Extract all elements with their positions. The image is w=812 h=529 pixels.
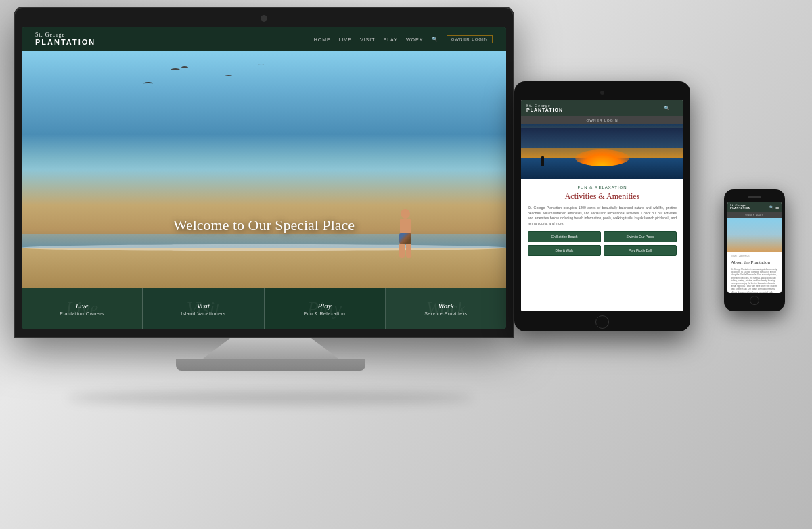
desktop-monitor: St. George PLANTATION HOME LIVE VISIT PL… <box>14 7 528 399</box>
nav-live[interactable]: LIVE <box>339 37 352 42</box>
nav-card-visit-bg: Visit <box>187 298 220 319</box>
phone-logo: St. George PLANTATION <box>730 204 750 210</box>
desktop-nav-links: HOME LIVE VISIT PLAY WORK 🔍 OWNER LOGIN <box>314 35 493 43</box>
desktop-hero: Welcome to Our Special Place <box>22 51 506 288</box>
seagull-3 <box>225 75 233 78</box>
phone-speaker <box>748 196 761 198</box>
monitor-body: St. George PLANTATION HOME LIVE VISIT PL… <box>14 7 514 338</box>
tablet-navbar: St. George PLANTATION 🔍 ☰ <box>521 100 683 116</box>
tablet-person <box>541 156 544 166</box>
tablet-heading: Activities & Amenities <box>528 191 677 202</box>
tablet-sunset <box>575 150 629 166</box>
wave-foam <box>22 244 506 251</box>
tablet-logo: St. George PLANTATION <box>526 104 563 113</box>
monitor-base <box>176 359 365 371</box>
tablet-logo-script: St. George <box>526 104 563 108</box>
tablet-screen: St. George PLANTATION 🔍 ☰ OWNER LOGIN <box>521 100 683 311</box>
desktop-navbar: St. George PLANTATION HOME LIVE VISIT PL… <box>22 27 506 51</box>
phone-home-button[interactable] <box>750 296 759 305</box>
nav-visit[interactable]: VISIT <box>360 37 376 42</box>
desktop-nav-cards: Live Live Plantation Owners Visit Visit … <box>22 288 506 329</box>
phone-body: St. George PLANTATION 🔍 ☰ OWNER LOGIN HO… <box>724 189 785 311</box>
tablet-section-label: FUN & RELAXATION <box>528 185 677 189</box>
phone-login-bar: OWNER LOGIN <box>727 212 782 218</box>
monitor-screen: St. George PLANTATION HOME LIVE VISIT PL… <box>22 27 506 329</box>
tablet-buttons: Chill at the Beach Swim in Our Pools Bik… <box>528 231 677 256</box>
nav-card-visit[interactable]: Visit Visit Island Vacationers <box>143 288 264 329</box>
tablet-login-label[interactable]: OWNER LOGIN <box>586 118 618 122</box>
monitor-camera <box>261 15 267 22</box>
nav-card-work-bg: Work <box>426 298 466 319</box>
boy-figure <box>399 209 411 258</box>
nav-work[interactable]: WORK <box>406 37 424 42</box>
tablet-menu-icon[interactable]: ☰ <box>673 105 678 112</box>
tablet-body: St. George PLANTATION 🔍 ☰ OWNER LOGIN <box>514 81 690 331</box>
tablet-device: St. George PLANTATION 🔍 ☰ OWNER LOGIN <box>514 81 690 331</box>
phone-content: HOME > ABOUT US About the Plantation St.… <box>727 252 782 293</box>
nav-card-live[interactable]: Live Live Plantation Owners <box>22 288 143 329</box>
phone-screen: St. George PLANTATION 🔍 ☰ OWNER LOGIN HO… <box>727 202 782 293</box>
tablet-camera <box>600 91 604 95</box>
nav-card-play[interactable]: Play Play Fun & Relaxation <box>265 288 386 329</box>
phone-hero <box>727 218 782 252</box>
seagull-1 <box>171 68 180 72</box>
tablet-btn-bike[interactable]: Bike & Walk <box>528 245 601 256</box>
nav-card-work[interactable]: Work Work Service Providers <box>386 288 506 329</box>
tablet-logo-main: PLANTATION <box>526 108 563 112</box>
phone-body-text: St. George Plantation is a coastal gated… <box>731 268 778 293</box>
phone-menu-icon[interactable]: ☰ <box>775 205 779 210</box>
phone-heading: About the Plantation <box>731 260 778 265</box>
phone-search-icon[interactable]: 🔍 <box>769 205 773 209</box>
nav-play[interactable]: PLAY <box>383 37 397 42</box>
owner-login-button[interactable]: OWNER LOGIN <box>447 35 493 43</box>
logo-script: St. George <box>35 32 95 39</box>
nav-card-live-bg: Live <box>66 298 98 319</box>
nav-home[interactable]: HOME <box>314 37 331 42</box>
tablet-body-text: St. George Plantation occupies 1200 acre… <box>528 206 677 226</box>
nav-card-play-bg: Play <box>307 298 342 319</box>
phone-logo-main: PLANTATION <box>730 206 750 210</box>
tablet-btn-beach[interactable]: Chill at the Beach <box>528 231 601 242</box>
tablet-btn-pickleball[interactable]: Play Pickle Ball <box>604 245 677 256</box>
tablet-sky <box>521 128 683 148</box>
seagull-2 <box>181 66 188 69</box>
phone-breadcrumb: HOME > ABOUT US <box>731 255 778 258</box>
sand <box>22 248 506 288</box>
tablet-search-icon[interactable]: 🔍 <box>664 106 670 111</box>
tablet-login-bar: OWNER LOGIN <box>521 116 683 124</box>
tablet-nav-controls: 🔍 ☰ <box>664 105 678 112</box>
phone-device: St. George PLANTATION 🔍 ☰ OWNER LOGIN HO… <box>724 189 785 311</box>
phone-navbar: St. George PLANTATION 🔍 ☰ <box>727 202 782 212</box>
hero-headline: Welcome to Our Special Place <box>173 216 355 234</box>
hero-background: Welcome to Our Special Place <box>22 51 506 288</box>
tablet-content: FUN & RELAXATION Activities & Amenities … <box>521 179 683 262</box>
phone-login-label: OWNER LOGIN <box>745 214 763 216</box>
tablet-btn-pools[interactable]: Swim in Our Pools <box>604 231 677 242</box>
seagull-5 <box>143 82 153 85</box>
phone-nav-controls: 🔍 ☰ <box>769 205 779 210</box>
desktop-website: St. George PLANTATION HOME LIVE VISIT PL… <box>22 27 506 329</box>
seagull-4 <box>258 64 264 66</box>
tablet-home-button[interactable] <box>595 315 609 329</box>
logo-main: PLANTATION <box>35 38 95 46</box>
search-icon[interactable]: 🔍 <box>432 37 438 42</box>
tablet-hero <box>521 124 683 179</box>
monitor-stand <box>203 338 338 359</box>
desktop-logo: St. George PLANTATION <box>35 32 95 47</box>
